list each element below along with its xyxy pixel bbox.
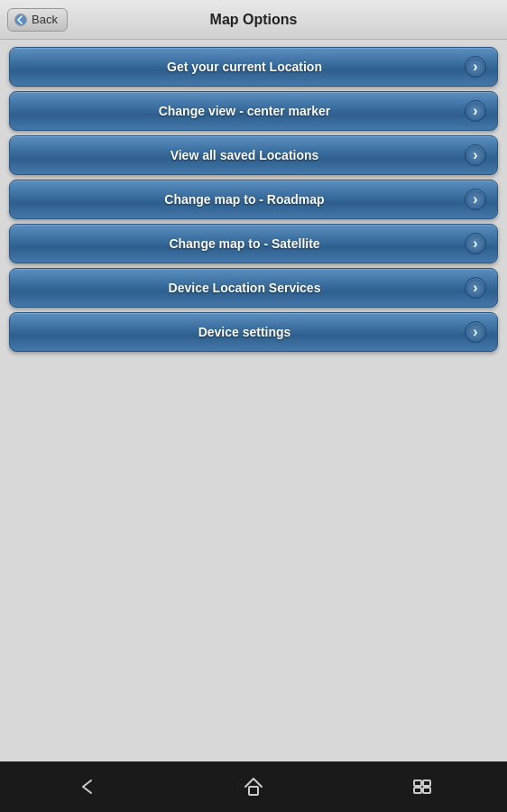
- menu-btn-device-settings[interactable]: Device settings: [9, 312, 498, 352]
- bottom-navigation: [0, 761, 507, 812]
- menu-label-change-view: Change view - center marker: [24, 104, 465, 118]
- menu-label-device-location: Device Location Services: [24, 281, 465, 295]
- chevron-icon-device-settings: [465, 321, 486, 343]
- menu-btn-get-location[interactable]: Get your current Location: [9, 47, 498, 87]
- back-button[interactable]: Back: [7, 8, 68, 32]
- svg-rect-1: [249, 787, 258, 795]
- nav-home-icon: [243, 776, 264, 798]
- page-title: Map Options: [210, 12, 298, 28]
- nav-back-button[interactable]: [58, 769, 112, 805]
- header: Back Map Options: [0, 0, 507, 40]
- menu-label-change-satellite: Change map to - Satellite: [24, 236, 465, 251]
- menu-list: Get your current LocationChange view - c…: [0, 40, 507, 761]
- menu-label-device-settings: Device settings: [24, 325, 465, 339]
- chevron-icon-get-location: [465, 56, 486, 78]
- menu-label-change-roadmap: Change map to - Roadmap: [24, 192, 465, 207]
- menu-btn-view-saved[interactable]: View all saved Locations: [9, 135, 498, 175]
- svg-rect-2: [414, 780, 421, 786]
- nav-back-icon: [74, 776, 96, 798]
- svg-rect-5: [423, 788, 430, 793]
- nav-recents-icon: [411, 776, 433, 798]
- svg-rect-3: [423, 780, 430, 786]
- nav-recents-button[interactable]: [395, 769, 449, 805]
- menu-label-get-location: Get your current Location: [24, 60, 465, 74]
- menu-btn-change-roadmap[interactable]: Change map to - Roadmap: [9, 180, 498, 219]
- menu-btn-change-view[interactable]: Change view - center marker: [9, 91, 498, 131]
- menu-btn-device-location[interactable]: Device Location Services: [9, 268, 498, 308]
- chevron-icon-change-view: [465, 100, 486, 122]
- svg-point-0: [15, 14, 27, 25]
- chevron-icon-change-satellite: [465, 233, 486, 254]
- chevron-icon-device-location: [465, 277, 486, 299]
- menu-label-view-saved: View all saved Locations: [24, 148, 465, 162]
- chevron-icon-change-roadmap: [465, 189, 486, 210]
- svg-rect-4: [414, 788, 421, 793]
- menu-btn-change-satellite[interactable]: Change map to - Satellite: [9, 224, 498, 263]
- chevron-icon-view-saved: [465, 144, 486, 166]
- back-label: Back: [32, 13, 58, 26]
- nav-home-button[interactable]: [226, 769, 281, 805]
- back-arrow-icon: [14, 13, 28, 27]
